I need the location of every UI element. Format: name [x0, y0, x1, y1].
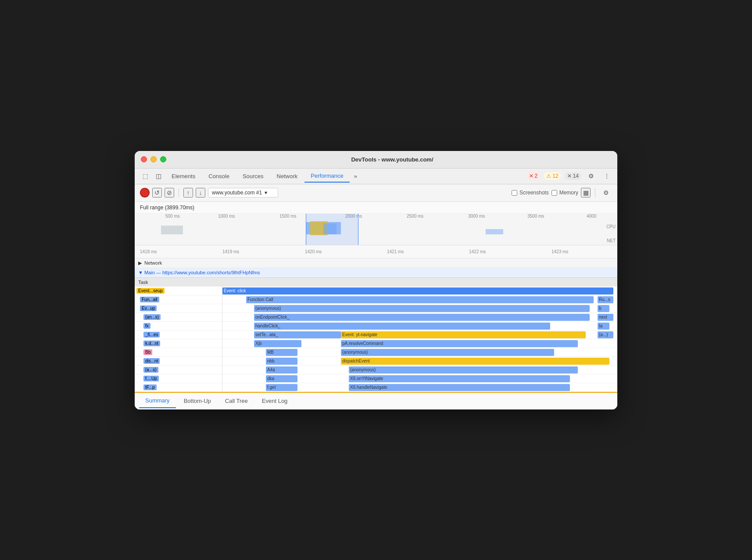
cpu-throttle-icon[interactable]: ▦ [581, 188, 591, 197]
url-selector[interactable]: www.youtube.com #1 ▾ [208, 188, 278, 197]
bar-fget[interactable]: f.get [266, 384, 297, 391]
memory-check[interactable] [551, 190, 557, 196]
bar-rus[interactable]: Ru...s [598, 296, 613, 303]
ms-1421: 1421 ms [387, 249, 404, 254]
info-icon: ✕ [567, 173, 572, 179]
clear-icon[interactable]: ⊘ [165, 188, 174, 197]
bar-x6navigate[interactable]: X6.onYtNavigate [349, 375, 570, 382]
main-section-header[interactable]: ▼ Main — https://www.youtube.com/shorts/… [135, 268, 617, 278]
upload-icon[interactable]: ↑ [183, 188, 193, 197]
cursor-icon[interactable]: ⬚ [139, 170, 151, 182]
bar-handleclick[interactable]: handleClick_ [254, 323, 550, 330]
bar-ytnavigate[interactable]: Event: yt-navigate [341, 331, 586, 338]
bar-dka[interactable]: dka [266, 375, 297, 382]
flame-bars-5: setTe...ata_ Event: yt-navigate (a...) [222, 330, 617, 339]
bar-next[interactable]: next [598, 314, 613, 321]
ruler-2500ms: 2500 ms [407, 214, 423, 219]
bar-onendpointclick[interactable]: onEndpointClick_ [254, 314, 590, 321]
label-text-2: Ev...up [140, 305, 157, 311]
memory-checkbox[interactable]: Memory [551, 190, 578, 196]
bar-paresolve[interactable]: pA.resolveCommand [341, 340, 578, 347]
bar-a[interactable]: (a...) [598, 331, 613, 338]
flame-row-0: Event...seup Event: click [135, 287, 617, 295]
settings-icon[interactable]: ⚙ [585, 170, 597, 182]
label-text-0: Event...seup [136, 288, 165, 294]
inspector-icon[interactable]: ◫ [152, 170, 165, 182]
flame-label-2: Ev...up [135, 304, 222, 312]
bar-anonymous-3[interactable]: (anonymous) [349, 366, 578, 373]
download-icon[interactable]: ↓ [196, 188, 205, 197]
more-menu-icon[interactable]: ⋮ [601, 170, 613, 182]
error-count: 2 [535, 173, 538, 179]
screenshots-check[interactable] [512, 190, 517, 196]
label-text-9: (a...s) [143, 367, 158, 373]
flame-row-6: k.d...nt Xjb pA.resolveCommand [135, 339, 617, 348]
close-button[interactable] [141, 156, 147, 162]
flame-bars-0: Event: click [222, 287, 617, 295]
tab-console[interactable]: Console [202, 170, 236, 182]
memory-label: Memory [559, 190, 578, 196]
more-tabs-button[interactable]: » [351, 170, 361, 182]
selection-area[interactable] [306, 214, 358, 245]
info-count: 14 [573, 173, 579, 179]
flame-label-7: Bb [135, 348, 222, 356]
flame-bars-7: MB (anonymous) [222, 348, 617, 356]
flame-bars-6: Xjb pA.resolveCommand [222, 339, 617, 348]
bar-x6handle[interactable]: X6.handleNavigate [349, 384, 570, 391]
bar-mb[interactable]: MB [266, 349, 297, 356]
minimize-button[interactable] [150, 156, 157, 162]
network-section[interactable]: ▶ Network [135, 258, 617, 268]
tab-network[interactable]: Network [271, 170, 304, 182]
bar-anonymous-1[interactable]: (anonymous) [254, 305, 590, 312]
bar-a4a[interactable]: A4a [266, 366, 297, 373]
tab-sources[interactable]: Sources [236, 170, 270, 182]
bar-dispatch[interactable]: dispatchEvent [341, 358, 609, 365]
bar-anonymous-2[interactable]: (anonymous) [341, 349, 554, 356]
bar-ta[interactable]: ta [598, 323, 609, 330]
bottom-tabs: Summary Bottom-Up Call Tree Event Log [135, 392, 617, 409]
info-badge: ✕ 14 [565, 172, 581, 180]
bar-event-click[interactable]: Event: click [222, 287, 613, 294]
label-text-3: (an...s) [143, 314, 161, 320]
flame-label-3: (an...s) [135, 313, 222, 321]
flame-row-4: fx handleClick_ ta [135, 322, 617, 330]
flame-bars-10: dka X6.onYtNavigate [222, 374, 617, 383]
flame-row-3: (an...s) onEndpointClick_ next [135, 313, 617, 322]
timeline-overview[interactable]: 500 ms 1000 ms 1500 ms 2000 ms 2500 ms 3… [135, 214, 617, 245]
screenshots-checkbox[interactable]: Screenshots [512, 190, 549, 196]
url-text: www.youtube.com #1 [212, 190, 262, 196]
tab-event-log[interactable]: Event Log [256, 394, 294, 408]
tab-summary[interactable]: Summary [139, 394, 176, 408]
bar-function-call[interactable]: Function Call [246, 296, 594, 303]
label-text-11: tF...p [143, 384, 157, 390]
network-label: Network [144, 260, 162, 266]
tab-call-tree[interactable]: Call Tree [219, 394, 254, 408]
task-label: Task [138, 280, 148, 285]
bar-xjb[interactable]: Xjb [254, 340, 301, 347]
bar-setemeta[interactable]: setTe...ata_ [254, 331, 341, 338]
error-badge: ✕ 2 [526, 172, 541, 180]
flame-row-5: _fi...es setTe...ata_ Event: yt-navigate… [135, 330, 617, 339]
perf-toolbar: ↺ ⊘ ↑ ↓ www.youtube.com #1 ▾ Screenshots… [135, 184, 617, 202]
perf-content: Full range (3899.70ms) 500 ms 1000 ms 15… [135, 202, 617, 409]
perf-settings-icon[interactable]: ⚙ [600, 187, 612, 199]
warn-icon: ⚠ [546, 173, 551, 179]
bar-b[interactable]: b [598, 305, 609, 312]
label-text-7: Bb [143, 349, 152, 355]
flame-bars-9: A4a (anonymous) [222, 366, 617, 374]
reload-icon[interactable]: ↺ [152, 188, 162, 197]
tab-elements[interactable]: Elements [165, 170, 201, 182]
ruler-container: 500 ms 1000 ms 1500 ms 2000 ms 2500 ms 3… [135, 214, 617, 245]
maximize-button[interactable] [160, 156, 166, 162]
label-text-5: _fi...es [143, 332, 160, 337]
flame-row-2: Ev...up (anonymous) b [135, 304, 617, 313]
flame-label-4: fx [135, 322, 222, 330]
bar-nbb[interactable]: nbb [266, 358, 297, 365]
record-button[interactable] [140, 188, 150, 197]
network-arrow: ▶ [138, 260, 142, 266]
tab-performance[interactable]: Performance [304, 170, 349, 183]
ms-1422: 1422 ms [469, 249, 486, 254]
flame-row-8: dis...nt nbb dispatchEvent [135, 357, 617, 366]
svg-rect-4 [486, 229, 503, 234]
tab-bottom-up[interactable]: Bottom-Up [178, 394, 217, 408]
